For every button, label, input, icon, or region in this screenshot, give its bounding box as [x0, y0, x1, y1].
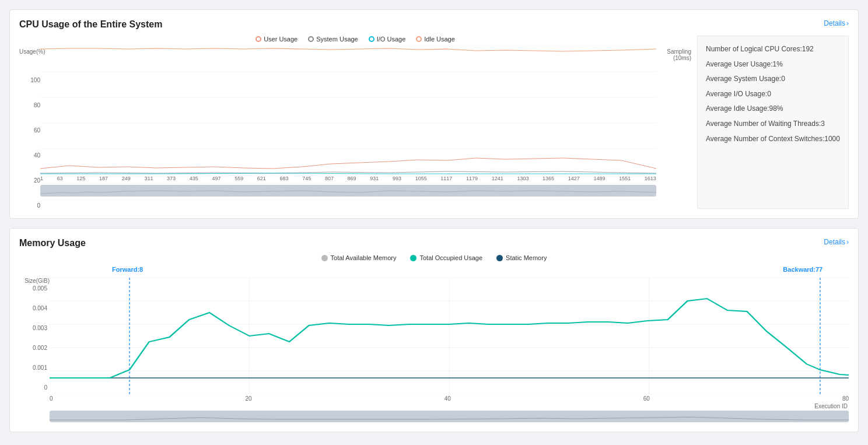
legend-io-usage: I/O Usage: [369, 36, 406, 43]
mem-dot-occupied: [410, 255, 416, 261]
forward-label: Forward:8: [112, 266, 143, 273]
legend-total-occupied: Total Occupied Usage: [410, 254, 482, 261]
legend-total-available: Total Available Memory: [321, 254, 397, 261]
cpu-panel: CPU Usage of the Entire System Details ›…: [9, 9, 859, 219]
memory-details-link[interactable]: Details ›: [824, 238, 849, 246]
backward-label: Backward:77: [783, 266, 822, 273]
cpu-details-link[interactable]: Details ›: [824, 19, 849, 27]
memory-x-axis-label: Execution ID: [50, 403, 848, 409]
legend-system-usage: System Usage: [308, 36, 358, 43]
mem-dot-static: [496, 255, 503, 261]
memory-x-axis: 0 20 40 60 80: [50, 394, 849, 403]
memory-scrollbar[interactable]: [50, 411, 849, 422]
cpu-y-axis-label: Usage(%) 100 80 60 40 20 0: [19, 46, 40, 209]
cpu-scrollbar[interactable]: [40, 185, 656, 197]
memory-chart-svg: [50, 278, 849, 394]
memory-panel: Memory Usage Details › Total Available M…: [9, 228, 859, 432]
chevron-right-icon: ›: [846, 19, 849, 27]
mem-dot-available: [321, 255, 328, 261]
cpu-chart-area: User Usage System Usage I/O Usage Idle U…: [19, 36, 691, 209]
legend-user-usage: User Usage: [256, 36, 298, 43]
memory-y-axis: Size(GiB) 0.005 0.004 0.003 0.002 0.001 …: [19, 266, 50, 404]
legend-dot-idle: [416, 36, 422, 42]
stat-avg-user: Average User Usage:1%: [706, 58, 840, 71]
memory-panel-title: Memory Usage: [19, 238, 849, 248]
stat-logical-cores: Number of Logical CPU Cores:192: [706, 43, 840, 56]
cpu-legend: User Usage System Usage I/O Usage Idle U…: [19, 36, 691, 43]
cpu-sampling-label: Sampling (10ms): [656, 46, 691, 61]
legend-static-memory: Static Memory: [496, 254, 547, 261]
stat-avg-io: Average I/O Usage:0: [706, 88, 840, 101]
cpu-stats-box: Number of Logical CPU Cores:192 Average …: [697, 36, 849, 209]
stat-context-switches: Average Number of Context Switches:1000: [706, 133, 840, 146]
legend-dot-user: [256, 36, 261, 42]
chevron-right-icon: ›: [846, 238, 849, 246]
cpu-chart-svg: [40, 46, 656, 174]
legend-dot-io: [369, 36, 374, 42]
memory-legend: Total Available Memory Total Occupied Us…: [19, 254, 849, 261]
stat-waiting-threads: Average Number of Waiting Threads:3: [706, 118, 840, 131]
stat-avg-idle: Average Idle Usage:98%: [706, 103, 840, 115]
cpu-panel-title: CPU Usage of the Entire System: [19, 19, 849, 30]
legend-dot-system: [308, 36, 314, 42]
legend-idle-usage: Idle Usage: [416, 36, 455, 43]
stat-avg-system: Average System Usage:0: [706, 73, 840, 86]
cpu-x-axis: 1631251872493113734354975596216837458078…: [40, 174, 656, 183]
